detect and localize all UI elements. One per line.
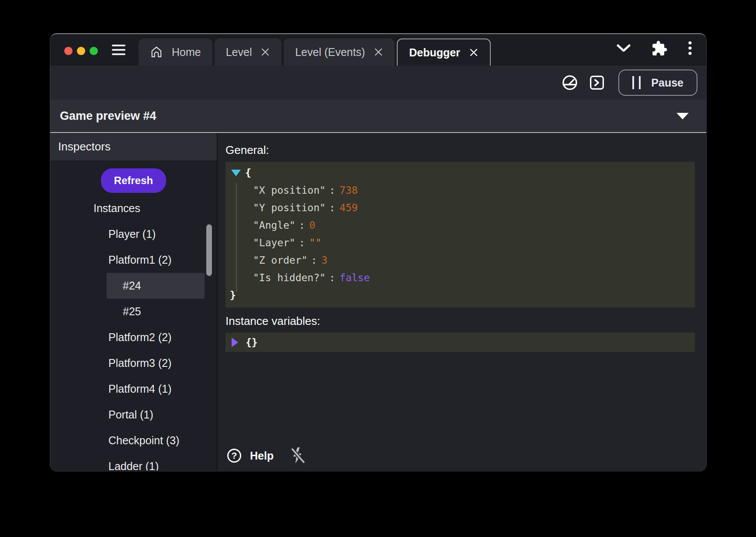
home-icon: [150, 45, 163, 59]
tab-label: Debugger: [409, 46, 460, 59]
pause-label: Pause: [651, 77, 683, 89]
json-root-row: {: [225, 164, 695, 181]
sidebar-scrollbar[interactable]: [206, 224, 212, 276]
json-close-row: }: [225, 286, 695, 304]
json-property-row: "Layer" : "": [225, 234, 695, 251]
dropdown-caret-icon[interactable]: [676, 113, 689, 119]
property-colon: :: [326, 272, 340, 283]
general-section-label: General:: [225, 144, 695, 156]
flash-off-icon[interactable]: [290, 447, 306, 464]
tab-label: Level: [226, 46, 252, 59]
tree-item-platform3[interactable]: Platform3 (2): [50, 350, 217, 376]
console-icon[interactable]: [590, 75, 604, 90]
refresh-button[interactable]: Refresh: [101, 168, 166, 193]
tab-level-events[interactable]: Level (Events): [284, 38, 395, 66]
inspector-panel: General: { "X position" : 738 "Y positio…: [218, 133, 706, 471]
property-colon: :: [295, 237, 309, 248]
debugger-content: Inspectors Refresh Instances Player (1) …: [50, 133, 706, 471]
json-property-row: "Angle" : 0: [225, 216, 695, 234]
tree-item-portal[interactable]: Portal (1): [50, 402, 217, 428]
tab-label: Level (Events): [295, 46, 365, 59]
property-value: 738: [340, 185, 358, 196]
tree-item-player[interactable]: Player (1): [50, 221, 217, 247]
expander-collapsed-icon[interactable]: [232, 338, 238, 347]
app-window: Home Level Level (Events) Debugger: [50, 33, 707, 471]
property-colon: :: [308, 255, 322, 266]
tab-label: Home: [172, 46, 201, 59]
pause-button[interactable]: Pause: [618, 70, 697, 96]
tree-item-platform4[interactable]: Platform4 (1): [50, 376, 217, 402]
pause-icon: [632, 76, 641, 89]
tree-item-ladder[interactable]: Ladder (1): [50, 453, 217, 471]
tree-item-platform2[interactable]: Platform2 (2): [50, 324, 217, 350]
svg-text:?: ?: [232, 450, 237, 460]
property-value: 3: [321, 255, 327, 266]
property-key: "Y position": [253, 202, 326, 213]
tab-bar: Home Level Level (Events) Debugger: [50, 34, 706, 66]
inspectors-header: Inspectors: [50, 133, 217, 160]
window-minimize-button[interactable]: [77, 47, 85, 55]
help-icon[interactable]: ?: [226, 448, 242, 464]
json-property-row: "Is hidden?" : false: [225, 269, 695, 286]
window-zoom-button[interactable]: [90, 47, 98, 55]
close-brace: }: [230, 289, 236, 301]
tab-home[interactable]: Home: [139, 38, 212, 66]
variables-value: {}: [246, 337, 258, 348]
help-label[interactable]: Help: [250, 450, 274, 462]
general-json-view: { "X position" : 738 "Y position" : 459 …: [225, 162, 695, 307]
instances-tree: Instances Player (1) Platform1 (2) #24 #…: [50, 195, 217, 471]
close-icon[interactable]: [374, 47, 383, 57]
property-value: "": [309, 237, 322, 248]
property-colon: :: [295, 220, 309, 231]
game-preview-title: Game preview #4: [60, 109, 156, 123]
window-controls: [64, 47, 98, 55]
window-close-button[interactable]: [64, 47, 73, 55]
chevron-down-icon[interactable]: [616, 44, 631, 53]
property-value: 459: [340, 202, 358, 213]
tree-item-instances[interactable]: Instances: [50, 195, 217, 221]
menu-icon[interactable]: [112, 45, 125, 55]
property-colon: :: [326, 202, 340, 213]
puzzle-extensions-icon[interactable]: [651, 40, 668, 57]
indent-guide: [236, 183, 237, 292]
property-key: "Layer": [253, 237, 295, 248]
tree-item-checkpoint[interactable]: Checkpoint (3): [50, 428, 217, 453]
json-property-row: "Y position" : 459: [225, 199, 695, 216]
tree-item-instance-25[interactable]: #25: [50, 299, 217, 324]
instance-variables-label: Instance variables:: [225, 315, 695, 327]
close-icon[interactable]: [260, 47, 270, 57]
inspector-footer: ? Help: [226, 447, 306, 464]
json-property-row: "Z order" : 3: [225, 251, 695, 269]
open-brace: {: [245, 167, 251, 178]
tree-item-platform1[interactable]: Platform1 (2): [50, 247, 217, 273]
tab-debugger[interactable]: Debugger: [397, 38, 491, 66]
tab-bar-actions: [616, 40, 692, 57]
kebab-menu-icon[interactable]: [688, 41, 692, 56]
property-colon: :: [326, 185, 340, 196]
inspectors-sidebar: Inspectors Refresh Instances Player (1) …: [50, 133, 218, 471]
property-key: "Angle": [253, 220, 295, 231]
json-property-row: "X position" : 738: [225, 181, 695, 199]
game-preview-header[interactable]: Game preview #4: [50, 100, 706, 133]
tab-strip: Home Level Level (Events) Debugger: [139, 38, 491, 66]
property-key: "Is hidden?": [253, 272, 326, 283]
tree-item-instance-24[interactable]: #24: [107, 273, 205, 299]
profiler-gauge-icon[interactable]: [562, 74, 578, 91]
debugger-toolbar: Pause: [50, 66, 706, 100]
property-key: "X position": [253, 185, 326, 196]
screen: Home Level Level (Events) Debugger: [0, 0, 756, 537]
property-key: "Z order": [253, 255, 308, 266]
property-value: false: [340, 272, 370, 283]
property-value: 0: [309, 220, 316, 231]
expander-open-icon[interactable]: [231, 170, 241, 176]
variables-json-view: {}: [225, 333, 695, 352]
tab-level[interactable]: Level: [215, 38, 282, 66]
close-icon[interactable]: [469, 48, 479, 57]
